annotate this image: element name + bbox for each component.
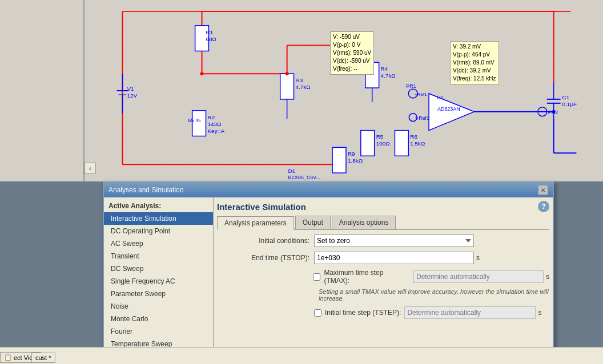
svg-text:R6: R6	[410, 134, 417, 140]
svg-text:D1: D1	[288, 168, 296, 174]
analysis-item-dc-op[interactable]: DC Operating Point	[104, 225, 213, 237]
svg-text:12V: 12V	[127, 92, 137, 99]
tab-analysis-parameters[interactable]: Analysis parameters	[217, 216, 294, 230]
analysis-item-noise[interactable]: Noise	[104, 300, 213, 313]
svg-point-71	[200, 72, 204, 75]
svg-marker-44	[429, 94, 475, 131]
svg-text:BZX85_C6V...: BZX85_C6V...	[288, 175, 320, 180]
init-time-step-input	[404, 306, 536, 319]
svg-text:U1: U1	[437, 95, 443, 100]
max-time-step-label: Maximum time step (TMAX):	[324, 269, 410, 285]
initial-conditions-row: Initial conditions: Set to zero	[217, 234, 549, 247]
tab-bar: Analysis parameters Output Analysis opti…	[217, 216, 549, 230]
svg-point-70	[286, 72, 289, 75]
analysis-item-monte-carlo[interactable]: Monte Carlo	[104, 313, 213, 325]
max-time-step-input	[413, 270, 544, 283]
tab-output[interactable]: Output	[295, 216, 331, 229]
form-content: Initial conditions: Set to zero End time…	[217, 234, 549, 322]
svg-rect-32	[361, 131, 375, 156]
cust-tab-label: cust *	[35, 354, 51, 361]
initial-conditions-select[interactable]: Set to zero	[314, 234, 474, 247]
help-icon[interactable]: ?	[538, 201, 549, 212]
analysis-item-fourier[interactable]: Fourier	[104, 325, 213, 338]
init-time-step-checkbox[interactable]	[314, 309, 321, 317]
svg-text:Ref1: Ref1	[419, 115, 429, 121]
svg-rect-19	[280, 74, 294, 99]
analysis-item-param-sweep[interactable]: Parameter Sweep	[104, 288, 213, 300]
end-time-unit: s	[476, 254, 480, 262]
svg-text:PR1: PR1	[406, 83, 416, 89]
svg-text:4.7kΩ: 4.7kΩ	[296, 84, 311, 90]
dialog-titlebar: Analyses and Simulation ✕	[104, 183, 553, 197]
svg-text:R4: R4	[381, 66, 388, 72]
scroll-left-arrow[interactable]: ‹	[85, 163, 96, 174]
svg-rect-35	[395, 131, 408, 156]
analysis-item-single-freq-ac[interactable]: Single Frequency AC	[104, 275, 213, 288]
svg-text:+Ref1: +Ref1	[415, 92, 427, 97]
svg-rect-27	[192, 111, 206, 136]
cust-tab-button[interactable]: cust *	[31, 353, 55, 363]
svg-text:68Ω: 68Ω	[206, 36, 216, 42]
svg-text:4.7kΩ: 4.7kΩ	[381, 72, 396, 79]
svg-text:143Ω: 143Ω	[208, 121, 222, 127]
svg-text:R5: R5	[376, 134, 384, 140]
analysis-item-dc-sweep[interactable]: DC Sweep	[104, 262, 213, 275]
analysis-header: Interactive Simulation ?	[217, 201, 549, 212]
analysis-title-text: Interactive Simulation	[217, 202, 306, 212]
initial-conditions-label: Initial conditions:	[217, 237, 314, 245]
init-time-step-row: Initial time step (TSTEP): s	[217, 306, 549, 319]
svg-point-69	[552, 110, 556, 114]
active-analysis-label: Active Analysis:	[104, 200, 213, 212]
max-time-step-unit: s	[546, 273, 549, 281]
max-time-step-checkbox[interactable]	[313, 273, 320, 281]
svg-text:0.1μF: 0.1μF	[562, 101, 577, 107]
analysis-right-panel: Interactive Simulation ? Analysis parame…	[214, 197, 553, 363]
analyses-simulation-dialog: Analyses and Simulation ✕ Active Analysi…	[103, 181, 554, 364]
max-time-step-row: Maximum time step (TMAX): s	[217, 269, 549, 285]
view-tab-icon: 📋	[4, 354, 12, 361]
svg-text:R1: R1	[206, 29, 214, 35]
hint-text: Setting a small TMAX value will improve …	[319, 288, 549, 302]
svg-text:1.8kΩ: 1.8kΩ	[348, 157, 363, 164]
svg-text:R9: R9	[348, 151, 355, 157]
tab-analysis-options[interactable]: Analysis options	[332, 216, 396, 229]
svg-text:1.5kΩ: 1.5kΩ	[410, 140, 425, 147]
dialog-content: Active Analysis: Interactive Simulation …	[104, 197, 553, 363]
dialog-title: Analyses and Simulation	[108, 186, 183, 194]
end-time-row: End time (TSTOP): s	[217, 252, 549, 264]
voltage-tooltip-1: V: -590 uV V(p-p): 0 V V(rms): 590 uV V(…	[330, 31, 374, 75]
analysis-item-ac-sweep[interactable]: AC Sweep	[104, 237, 213, 250]
voltage-tooltip-2: V: 39.2 mV V(p-p): 464 pV V(rms): 89.0 m…	[450, 41, 499, 84]
end-time-input[interactable]	[314, 252, 474, 264]
bottom-bar: 📋 ect View cust *	[0, 347, 603, 364]
svg-text:V1: V1	[127, 86, 134, 92]
init-time-step-label: Initial time step (TSTEP):	[325, 309, 401, 317]
end-time-label: End time (TSTOP):	[217, 254, 314, 262]
svg-text:100Ω: 100Ω	[376, 140, 390, 147]
svg-text:Key=A: Key=A	[208, 128, 225, 134]
analysis-item-transient[interactable]: Transient	[104, 250, 213, 262]
svg-text:R2: R2	[208, 114, 215, 120]
analysis-item-interactive[interactable]: Interactive Simulation	[104, 212, 213, 225]
svg-text:65 %: 65 %	[188, 117, 201, 123]
svg-text:R3: R3	[296, 77, 303, 83]
init-time-step-unit: s	[538, 309, 541, 317]
svg-text:AD623AN: AD623AN	[437, 106, 460, 112]
analysis-list-panel: Active Analysis: Interactive Simulation …	[104, 197, 214, 363]
svg-rect-41	[332, 147, 346, 173]
dialog-close-button[interactable]: ✕	[538, 185, 548, 195]
svg-text:C1: C1	[562, 94, 570, 100]
